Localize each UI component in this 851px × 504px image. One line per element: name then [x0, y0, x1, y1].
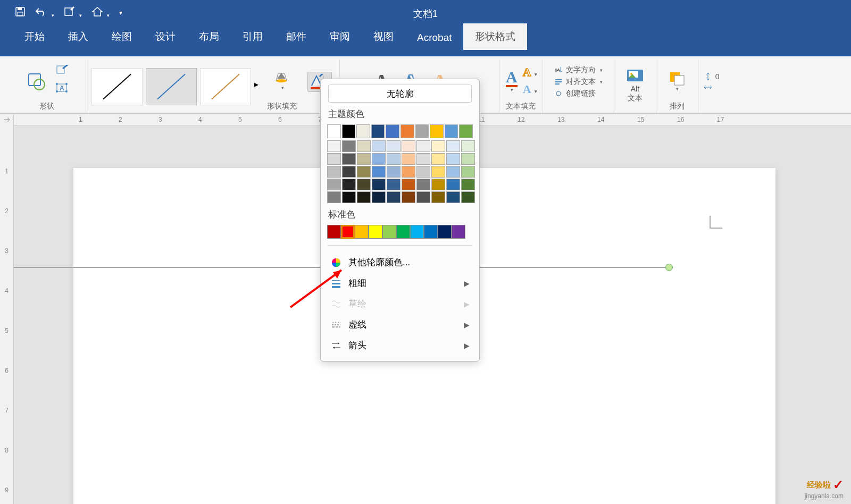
tint-swatch[interactable] — [446, 166, 460, 178]
shape-fill-button[interactable]: ▾ — [274, 69, 290, 93]
tab-形状格式[interactable]: 形状格式 — [463, 23, 527, 50]
tint-swatch[interactable] — [372, 179, 386, 190]
theme-color-swatch[interactable] — [430, 124, 444, 138]
standard-color-swatch[interactable] — [341, 225, 355, 239]
standard-color-swatch[interactable] — [327, 225, 341, 239]
theme-color-swatch[interactable] — [401, 124, 414, 138]
tint-swatch[interactable] — [431, 166, 445, 178]
weight-submenu[interactable]: 粗细 ▶ — [325, 273, 475, 293]
standard-color-swatch[interactable] — [355, 225, 369, 239]
tint-swatch[interactable] — [446, 179, 460, 190]
tint-swatch[interactable] — [416, 166, 430, 178]
line-style-preview-0[interactable] — [91, 68, 143, 105]
tint-swatch[interactable] — [387, 166, 401, 178]
standard-color-swatch[interactable] — [382, 225, 396, 239]
tint-swatch[interactable] — [446, 153, 460, 165]
tint-swatch[interactable] — [446, 140, 460, 152]
standard-color-swatch[interactable] — [369, 225, 382, 239]
tint-swatch[interactable] — [327, 179, 341, 190]
customize-qat-icon[interactable]: ▾ — [119, 9, 122, 16]
tint-swatch[interactable] — [327, 191, 341, 203]
theme-color-swatch[interactable] — [459, 124, 473, 138]
text-fill-button[interactable]: A ▾ — [505, 67, 519, 95]
theme-color-swatch[interactable] — [356, 124, 370, 138]
undo-icon[interactable]: ▾ — [35, 6, 54, 20]
tint-swatch[interactable] — [357, 166, 371, 178]
line-style-preview-1[interactable] — [146, 68, 197, 105]
more-outline-colors[interactable]: 其他轮廓颜色... — [325, 252, 475, 273]
tint-swatch[interactable] — [461, 153, 475, 165]
arrows-submenu[interactable]: 箭头 ▶ — [325, 335, 475, 356]
theme-color-swatch[interactable] — [371, 124, 385, 138]
dashes-submenu[interactable]: 虚线 ▶ — [325, 314, 475, 335]
tint-swatch[interactable] — [402, 179, 415, 190]
tint-swatch[interactable] — [416, 153, 430, 165]
line-style-preview-2[interactable] — [200, 68, 251, 105]
tint-swatch[interactable] — [387, 191, 401, 203]
alt-text-button[interactable]: Alt 文本 — [620, 69, 650, 103]
tint-swatch[interactable] — [372, 166, 386, 178]
tint-swatch[interactable] — [402, 166, 415, 178]
tab-绘图[interactable]: 绘图 — [100, 23, 144, 50]
tab-视图[interactable]: 视图 — [362, 23, 405, 50]
standard-color-swatch[interactable] — [452, 225, 465, 239]
tint-swatch[interactable] — [357, 153, 371, 165]
theme-color-swatch[interactable] — [327, 124, 341, 138]
standard-color-swatch[interactable] — [438, 225, 452, 239]
theme-color-swatch[interactable] — [415, 124, 429, 138]
height-field[interactable]: 0 — [704, 72, 720, 81]
tint-swatch[interactable] — [416, 179, 430, 190]
theme-color-swatch[interactable] — [445, 124, 458, 138]
create-link-button[interactable]: 创建链接 — [554, 89, 603, 98]
tint-swatch[interactable] — [372, 140, 386, 152]
tint-swatch[interactable] — [342, 191, 356, 203]
tab-Acrobat[interactable]: Acrobat — [405, 26, 463, 50]
style-gallery-more[interactable]: ▸ — [253, 60, 262, 113]
tint-swatch[interactable] — [342, 153, 356, 165]
tint-swatch[interactable] — [342, 140, 356, 152]
tint-swatch[interactable] — [327, 153, 341, 165]
tint-swatch[interactable] — [461, 166, 475, 178]
tint-swatch[interactable] — [372, 153, 386, 165]
tint-swatch[interactable] — [446, 191, 460, 203]
tint-swatch[interactable] — [402, 153, 415, 165]
tint-swatch[interactable] — [416, 140, 430, 152]
line-end-handle[interactable] — [665, 264, 673, 271]
insert-shape-button[interactable] — [24, 71, 48, 91]
tint-swatch[interactable] — [357, 191, 371, 203]
text-outline-button[interactable]: A ▾ — [523, 65, 537, 79]
home-icon[interactable]: ▾ — [91, 6, 110, 20]
textbox-icon[interactable]: A — [56, 83, 70, 97]
tint-swatch[interactable] — [342, 166, 356, 178]
arrange-button[interactable]: ▾ — [662, 70, 693, 91]
save-icon[interactable] — [15, 6, 26, 20]
tint-swatch[interactable] — [327, 166, 341, 178]
tint-swatch[interactable] — [461, 179, 475, 190]
tab-邮件[interactable]: 邮件 — [274, 23, 318, 50]
tint-swatch[interactable] — [461, 191, 475, 203]
align-text-button[interactable]: 对齐文本▾ — [554, 77, 603, 87]
theme-color-swatch[interactable] — [386, 124, 399, 138]
no-outline-button[interactable]: 无轮廓 — [328, 85, 472, 103]
tint-swatch[interactable] — [402, 191, 415, 203]
tint-swatch[interactable] — [387, 140, 401, 152]
standard-color-swatch[interactable] — [410, 225, 424, 239]
tint-swatch[interactable] — [416, 191, 430, 203]
tint-swatch[interactable] — [357, 179, 371, 190]
tint-swatch[interactable] — [327, 140, 341, 152]
text-direction-button[interactable]: ||A 文字方向▾ — [554, 65, 603, 75]
tint-swatch[interactable] — [431, 191, 445, 203]
edit-shape-icon[interactable] — [56, 65, 70, 79]
width-field[interactable] — [704, 83, 720, 91]
tab-布局[interactable]: 布局 — [187, 23, 231, 50]
tint-swatch[interactable] — [402, 140, 415, 152]
tab-引用[interactable]: 引用 — [231, 23, 274, 50]
tint-swatch[interactable] — [461, 140, 475, 152]
tint-swatch[interactable] — [342, 179, 356, 190]
standard-color-swatch[interactable] — [424, 225, 438, 239]
theme-color-swatch[interactable] — [342, 124, 356, 138]
tint-swatch[interactable] — [387, 179, 401, 190]
tint-swatch[interactable] — [431, 140, 445, 152]
tint-swatch[interactable] — [431, 153, 445, 165]
tab-审阅[interactable]: 审阅 — [318, 23, 362, 50]
